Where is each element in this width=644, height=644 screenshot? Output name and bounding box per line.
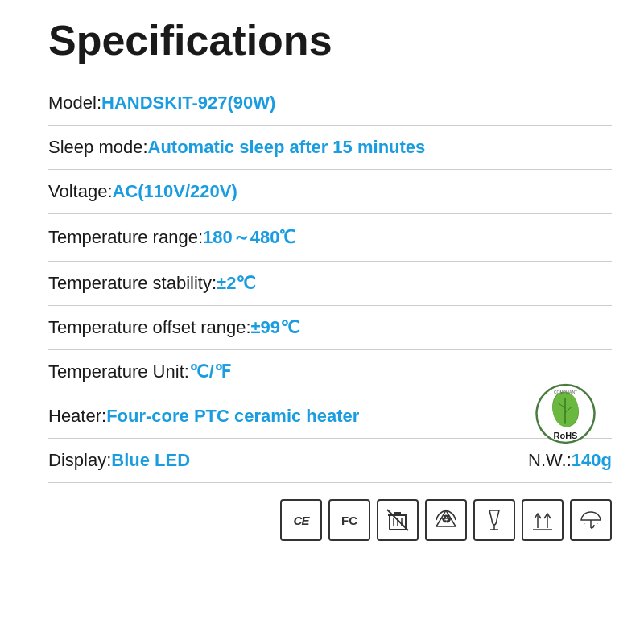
spec-label-heater: Heater:: [48, 406, 106, 427]
spec-row-heater: Heater: Four-core PTC ceramic heater RoH…: [48, 394, 612, 439]
spec-row-voltage: Voltage: AC(110V/220V): [48, 170, 612, 214]
page-title: Specifications: [48, 16, 612, 72]
svg-text:RoHS: RoHS: [554, 431, 578, 440]
spec-value-nw: 140g: [572, 450, 612, 471]
spec-row-temp-range: Temperature range: 180～480℃: [48, 214, 612, 262]
spec-value-temp-offset: ±99℃: [251, 317, 301, 338]
spec-value-display: Blue LED: [111, 450, 190, 471]
page: Specifications Model: HANDSKIT-927(90W) …: [0, 0, 644, 644]
spec-label-display: Display:: [48, 450, 111, 471]
fc-cert-icon: FC: [328, 499, 370, 541]
spec-row-model: Model: HANDSKIT-927(90W): [48, 81, 612, 126]
svg-text:COMPLIANT: COMPLIANT: [554, 390, 577, 394]
umbrella-cert-icon: [570, 499, 612, 541]
spec-value-heater: Four-core PTC ceramic heater: [106, 406, 359, 427]
spec-value-temp-unit: ℃/℉: [189, 361, 231, 382]
spec-row-display-nw: Display: Blue LED N.W.: 140g: [48, 439, 612, 483]
display-section: Display: Blue LED: [48, 450, 480, 471]
spec-label-sleep: Sleep mode:: [48, 137, 148, 158]
spec-row-sleep: Sleep mode: Automatic sleep after 15 min…: [48, 126, 612, 170]
ce-cert-icon: CE: [280, 499, 322, 541]
weee-cert-icon: [377, 499, 419, 541]
spec-label-temp-offset: Temperature offset range:: [48, 317, 251, 338]
spec-label-temp-range: Temperature range:: [48, 227, 203, 248]
nw-section: N.W.: 140g: [528, 450, 612, 471]
certifications-row: CE FC: [48, 499, 612, 541]
upright-cert-icon: [522, 499, 564, 541]
spec-row-temp-stability: Temperature stability: ±2℃: [48, 262, 612, 306]
spec-row-temp-offset: Temperature offset range: ±99℃: [48, 306, 612, 350]
fragile-cert-icon: [473, 499, 515, 541]
spec-value-temp-range: 180～480℃: [203, 225, 295, 250]
svg-text:♻: ♻: [441, 513, 452, 526]
spec-label-model: Model:: [48, 93, 101, 114]
recycle-cert-icon: ♻: [425, 499, 467, 541]
spec-value-model: HANDSKIT-927(90W): [101, 93, 275, 114]
svg-line-22: [584, 523, 584, 526]
spec-row-temp-unit: Temperature Unit: ℃/℉: [48, 350, 612, 394]
spec-label-temp-stability: Temperature stability:: [48, 273, 217, 294]
spec-label-temp-unit: Temperature Unit:: [48, 361, 189, 382]
spec-value-sleep: Automatic sleep after 15 minutes: [148, 137, 426, 158]
spec-value-temp-stability: ±2℃: [217, 273, 256, 294]
spec-label-voltage: Voltage:: [48, 181, 113, 202]
spec-value-voltage: AC(110V/220V): [113, 181, 237, 202]
svg-line-23: [597, 523, 597, 526]
rohs-badge: RoHS COMPLIANT: [535, 384, 596, 444]
spec-label-nw: N.W.:: [528, 450, 572, 471]
